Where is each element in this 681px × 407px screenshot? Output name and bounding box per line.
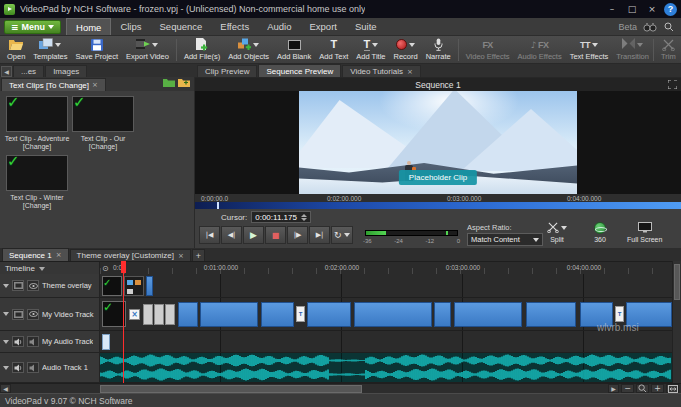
tab-sequence-preview[interactable]: Sequence Preview (258, 64, 341, 77)
tab-scroll-left-button[interactable]: ◀ (1, 66, 12, 77)
save-project-button[interactable]: Save Project (72, 37, 123, 63)
track-lane[interactable] (100, 331, 672, 353)
trim-button[interactable]: Trim (657, 37, 680, 63)
maximize-button[interactable]: □ (622, 0, 642, 18)
mute-icon[interactable] (27, 336, 39, 347)
close-button[interactable]: × (642, 0, 662, 18)
bin-clip-winter[interactable]: ✓ (6, 155, 68, 191)
eye-icon[interactable] (27, 280, 39, 291)
new-folder-button[interactable] (178, 78, 190, 89)
track-header[interactable]: My Video Track (0, 298, 100, 331)
timeline-ruler[interactable]: Timeline ⊙ 0:00 0:01:00.000 0:02:00.000 … (0, 261, 681, 274)
magnifier-icon[interactable] (636, 384, 649, 393)
add-files-button[interactable]: Add File(s) (180, 37, 224, 63)
tab-theme-overlay[interactable]: Theme overlay [Customize] × (70, 249, 191, 261)
tab-audio[interactable]: Audio (258, 18, 300, 35)
close-tab-icon[interactable]: × (56, 251, 62, 259)
add-title-button[interactable]: T Add Title (352, 37, 389, 63)
go-start-button[interactable]: |◀ (199, 226, 220, 244)
mini-clip[interactable] (165, 304, 175, 325)
video-clip[interactable] (454, 302, 522, 327)
video-360-button[interactable]: 360 (594, 222, 606, 243)
search-icon[interactable] (664, 22, 674, 32)
video-clip[interactable] (200, 302, 258, 327)
go-end-button[interactable]: ▶| (309, 226, 330, 244)
narrate-button[interactable]: Narrate (422, 37, 455, 63)
video-effects-button[interactable]: FX Video Effects (462, 37, 514, 63)
text-clip-mini[interactable]: T (615, 306, 624, 322)
menu-button[interactable]: ≡ Menu (4, 20, 61, 34)
track-header[interactable]: Audio Track 1 (0, 353, 100, 383)
tab-export[interactable]: Export (301, 18, 346, 35)
zoom-fit-button[interactable] (666, 384, 679, 393)
tab-clip-preview[interactable]: Clip Preview (197, 65, 257, 77)
video-clip[interactable] (526, 302, 576, 327)
track-header[interactable]: Theme overlay (0, 274, 100, 298)
record-button[interactable]: Record (389, 37, 421, 63)
text-clip-mini[interactable]: T (296, 306, 305, 322)
speaker-icon[interactable] (12, 362, 24, 373)
bin-tab-images[interactable]: Images (45, 65, 87, 77)
bin-tab-truncated[interactable]: ...es (13, 65, 44, 77)
overlay-clip[interactable] (146, 276, 153, 296)
open-folder-button[interactable] (163, 78, 175, 89)
binoculars-icon[interactable] (643, 22, 657, 32)
add-sequence-tab-button[interactable]: + (192, 249, 205, 261)
tab-clips[interactable]: Clips (111, 18, 150, 35)
overlay-clip[interactable] (124, 276, 144, 296)
timeline-horizontal-scrollbar[interactable]: ◀ ▶ − + (0, 383, 681, 393)
export-video-button[interactable]: Export Video (122, 37, 173, 63)
text-effects-button[interactable]: TT Text Effects (566, 37, 613, 63)
transition-icon[interactable]: × (129, 309, 140, 320)
add-objects-button[interactable]: Add Objects (224, 37, 273, 63)
video-clip[interactable] (307, 302, 351, 327)
tab-suite[interactable]: Suite (346, 18, 386, 35)
scrollbar-thumb[interactable] (100, 385, 362, 393)
mute-icon[interactable] (27, 362, 39, 373)
scroll-left-button[interactable]: ◀ (0, 384, 11, 393)
preview-seekbar[interactable] (195, 202, 681, 209)
minimize-button[interactable]: – (602, 0, 622, 18)
tab-sequence[interactable]: Sequence (151, 18, 212, 35)
zoom-out-button[interactable]: − (621, 384, 634, 393)
tab-home[interactable]: Home (66, 18, 111, 35)
transition-button[interactable]: Transition (612, 37, 653, 63)
add-blank-button[interactable]: Add Blank (273, 37, 315, 63)
track-lane[interactable]: ✓ (100, 274, 672, 298)
tab-sequence-1[interactable]: Sequence 1 × (2, 248, 69, 261)
bin-clip-adventure[interactable]: ✓ (6, 96, 68, 132)
video-clip[interactable] (178, 302, 198, 327)
scrollbar-thumb[interactable] (674, 264, 680, 300)
audio-effects-button[interactable]: ♪FX Audio Effects (514, 37, 566, 63)
split-button[interactable]: Split (547, 222, 567, 243)
bin-tab-text-clips[interactable]: Text Clips [To Change] × (1, 78, 106, 91)
video-clip[interactable] (261, 302, 294, 327)
scroll-right-button[interactable]: ▶ (608, 384, 619, 393)
eye-icon[interactable] (27, 309, 39, 320)
overlay-clip[interactable]: ✓ (102, 276, 122, 296)
tab-video-tutorials[interactable]: Video Tutorials × (342, 65, 421, 77)
bin-clip-our[interactable]: ✓ (72, 96, 134, 132)
close-tab-icon[interactable]: × (178, 252, 184, 260)
video-preview[interactable]: Placeholder Clip (195, 91, 681, 194)
camera-icon[interactable] (12, 309, 24, 320)
tab-effects[interactable]: Effects (211, 18, 258, 35)
track-header[interactable]: My Audio Track (0, 331, 100, 353)
audio-clip-mini[interactable] (102, 334, 110, 350)
cursor-time-input[interactable]: 0:00:11.175 (251, 211, 311, 223)
full-screen-button[interactable]: Full Screen (627, 222, 662, 243)
time-spinner[interactable] (301, 214, 307, 221)
mini-clip[interactable] (154, 304, 164, 325)
frame-forward-button[interactable]: |▶ (287, 226, 308, 244)
frame-back-button[interactable]: ◀| (221, 226, 242, 244)
add-text-button[interactable]: T Add Text (315, 37, 352, 63)
close-tab-icon[interactable]: × (92, 81, 98, 89)
expand-icon[interactable] (668, 80, 677, 91)
playhead-handle[interactable] (121, 261, 126, 273)
help-button[interactable]: ? (664, 3, 677, 16)
play-button[interactable]: ▶ (243, 226, 264, 244)
video-clip[interactable] (434, 302, 451, 327)
placeholder-clip-button[interactable]: Placeholder Clip (399, 170, 477, 185)
video-clip[interactable] (354, 302, 432, 327)
track-lane[interactable]: ✓ × T T (100, 298, 672, 331)
